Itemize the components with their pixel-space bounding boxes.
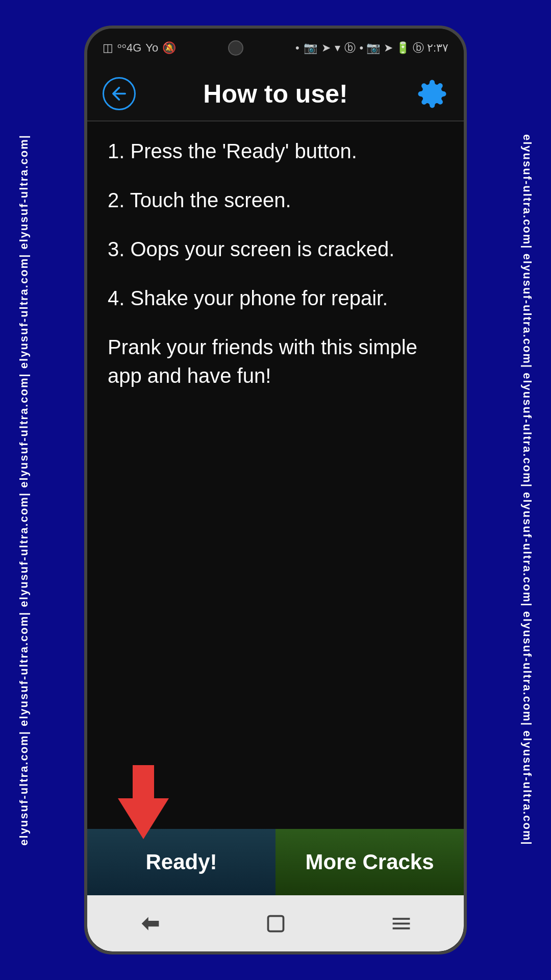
chevron-down-icon	[110, 85, 128, 103]
battery-icon: ◫	[103, 41, 113, 55]
home-nav-icon	[264, 912, 287, 935]
location-icon: ➤	[321, 41, 331, 55]
svg-marker-0	[141, 917, 159, 930]
time-display: • 📷 ➤ 🔋 ⓑ ٢:٣٧	[360, 40, 448, 56]
watermark-right: elyusuf-ultra.com| elyusuf-ultra.com| el…	[503, 0, 551, 980]
step-4: 4. Shake your phone for repair.	[108, 284, 443, 312]
watermark-left: elyusuf-ultra.com| elyusuf-ultra.com| el…	[0, 0, 48, 980]
arrow-indicator	[87, 765, 464, 839]
wifi-icon: ▾	[335, 41, 340, 55]
menu-nav-icon	[390, 912, 413, 935]
gear-icon	[417, 79, 447, 109]
svg-rect-1	[268, 916, 283, 931]
svg-rect-4	[392, 927, 410, 929]
nav-back-button[interactable]	[136, 910, 164, 938]
yo-icon: Yo	[145, 41, 158, 55]
step-2: 2. Touch the screen.	[108, 186, 443, 214]
signal-icon: ᵒᵒ4G	[117, 41, 141, 55]
sound-icon: 🔕	[162, 41, 176, 55]
status-bar-left: ◫ ᵒᵒ4G Yo 🔕	[103, 41, 176, 55]
status-bar-center	[228, 40, 243, 56]
nav-home-button[interactable]	[262, 910, 290, 938]
step-1: 1. Press the 'Ready' button.	[108, 137, 443, 165]
svg-rect-2	[392, 918, 410, 920]
prank-note: Prank your friends with this simple app …	[108, 333, 443, 390]
instructions-area: 1. Press the 'Ready' button. 2. Touch th…	[87, 121, 464, 765]
page-title: How to use!	[136, 79, 415, 109]
status-bar: ◫ ᵒᵒ4G Yo 🔕 • 📷 ➤ ▾ ⓑ • 📷 ➤ 🔋 ⓑ ٢:٣٧	[87, 29, 464, 67]
b-icon: ⓑ	[344, 40, 356, 56]
svg-rect-3	[392, 922, 410, 924]
nav-bar	[87, 895, 464, 951]
step-3: 3. Oops your screen is cracked.	[108, 235, 443, 263]
watermark-left-text: elyusuf-ultra.com| elyusuf-ultra.com| el…	[16, 134, 32, 846]
dot-icon: •	[295, 41, 299, 55]
back-nav-icon	[139, 912, 162, 935]
app-header: How to use!	[87, 67, 464, 121]
app-content: How to use! 1. Press the 'Ready' button.…	[87, 67, 464, 895]
camera-dot	[228, 40, 243, 56]
phone-frame: ◫ ᵒᵒ4G Yo 🔕 • 📷 ➤ ▾ ⓑ • 📷 ➤ 🔋 ⓑ ٢:٣٧ Ho	[84, 26, 467, 954]
instagram-icon: 📷	[304, 41, 317, 55]
nav-menu-button[interactable]	[387, 910, 415, 938]
back-button[interactable]	[103, 77, 136, 110]
settings-button[interactable]	[415, 77, 448, 110]
watermark-right-text: elyusuf-ultra.com| elyusuf-ultra.com| el…	[519, 134, 535, 846]
status-bar-right: • 📷 ➤ ▾ ⓑ • 📷 ➤ 🔋 ⓑ ٢:٣٧	[295, 40, 448, 56]
